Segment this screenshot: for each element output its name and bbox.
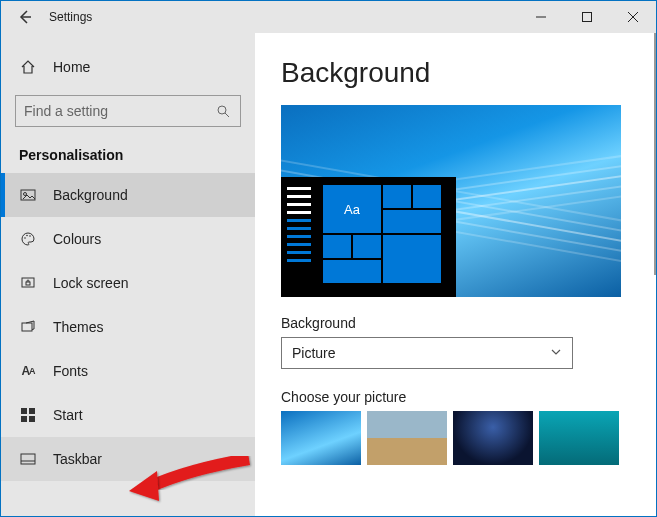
sidebar-item-label: Background bbox=[53, 187, 128, 203]
titlebar: Settings bbox=[1, 1, 656, 33]
svg-point-10 bbox=[26, 235, 28, 237]
picture-thumbnail[interactable] bbox=[367, 411, 447, 465]
background-dropdown[interactable]: Picture bbox=[281, 337, 573, 369]
sidebar-item-label: Lock screen bbox=[53, 275, 128, 291]
minimize-icon bbox=[536, 12, 546, 22]
sidebar-item-label: Taskbar bbox=[53, 451, 102, 467]
close-icon bbox=[628, 12, 638, 22]
picture-thumbnails bbox=[281, 411, 656, 465]
themes-icon bbox=[19, 318, 37, 336]
svg-rect-2 bbox=[583, 13, 592, 22]
start-icon bbox=[19, 406, 37, 424]
picture-icon bbox=[19, 186, 37, 204]
chevron-down-icon bbox=[550, 345, 562, 361]
close-button[interactable] bbox=[610, 1, 656, 33]
svg-point-8 bbox=[24, 193, 27, 196]
svg-point-11 bbox=[29, 235, 31, 237]
back-button[interactable] bbox=[1, 1, 49, 33]
picture-thumbnail[interactable] bbox=[281, 411, 361, 465]
palette-icon bbox=[19, 230, 37, 248]
choose-picture-label: Choose your picture bbox=[281, 389, 656, 405]
minimize-button[interactable] bbox=[518, 1, 564, 33]
sidebar-item-fonts[interactable]: AA Fonts bbox=[1, 349, 255, 393]
sidebar-item-lockscreen[interactable]: Lock screen bbox=[1, 261, 255, 305]
background-field-label: Background bbox=[281, 315, 656, 331]
svg-point-5 bbox=[218, 106, 226, 114]
sidebar-item-background[interactable]: Background bbox=[1, 173, 255, 217]
background-dropdown-value: Picture bbox=[292, 345, 336, 361]
sidebar: Home Find a setting Personalisation Back… bbox=[1, 33, 255, 516]
svg-rect-18 bbox=[29, 416, 35, 422]
svg-rect-17 bbox=[21, 416, 27, 422]
taskbar-icon bbox=[19, 450, 37, 468]
sidebar-item-start[interactable]: Start bbox=[1, 393, 255, 437]
sidebar-item-themes[interactable]: Themes bbox=[1, 305, 255, 349]
maximize-icon bbox=[582, 12, 592, 22]
svg-rect-13 bbox=[26, 282, 30, 285]
sidebar-item-colours[interactable]: Colours bbox=[1, 217, 255, 261]
sidebar-item-label: Fonts bbox=[53, 363, 88, 379]
svg-rect-16 bbox=[29, 408, 35, 414]
svg-rect-15 bbox=[21, 408, 27, 414]
home-icon bbox=[19, 58, 37, 76]
page-title: Background bbox=[281, 57, 656, 89]
svg-line-6 bbox=[225, 113, 229, 117]
desktop-preview: Aa bbox=[281, 105, 621, 297]
sidebar-item-label: Colours bbox=[53, 231, 101, 247]
section-header: Personalisation bbox=[1, 139, 255, 173]
main-content: Background Aa Background Picture Choose … bbox=[255, 33, 656, 516]
arrow-left-icon bbox=[17, 9, 33, 25]
scrollbar[interactable] bbox=[654, 33, 656, 275]
svg-rect-14 bbox=[22, 323, 32, 331]
sidebar-item-taskbar[interactable]: Taskbar bbox=[1, 437, 255, 481]
picture-thumbnail[interactable] bbox=[539, 411, 619, 465]
svg-point-9 bbox=[24, 237, 26, 239]
home-nav[interactable]: Home bbox=[1, 47, 255, 87]
search-placeholder: Find a setting bbox=[24, 103, 108, 119]
svg-rect-19 bbox=[21, 454, 35, 464]
preview-tile-aa: Aa bbox=[323, 185, 381, 233]
window-title: Settings bbox=[49, 10, 92, 24]
search-icon bbox=[214, 102, 232, 120]
search-input[interactable]: Find a setting bbox=[15, 95, 241, 127]
sidebar-item-label: Start bbox=[53, 407, 83, 423]
maximize-button[interactable] bbox=[564, 1, 610, 33]
fonts-icon: AA bbox=[19, 362, 37, 380]
sidebar-item-label: Themes bbox=[53, 319, 104, 335]
home-label: Home bbox=[53, 59, 90, 75]
picture-thumbnail[interactable] bbox=[453, 411, 533, 465]
lock-screen-icon bbox=[19, 274, 37, 292]
